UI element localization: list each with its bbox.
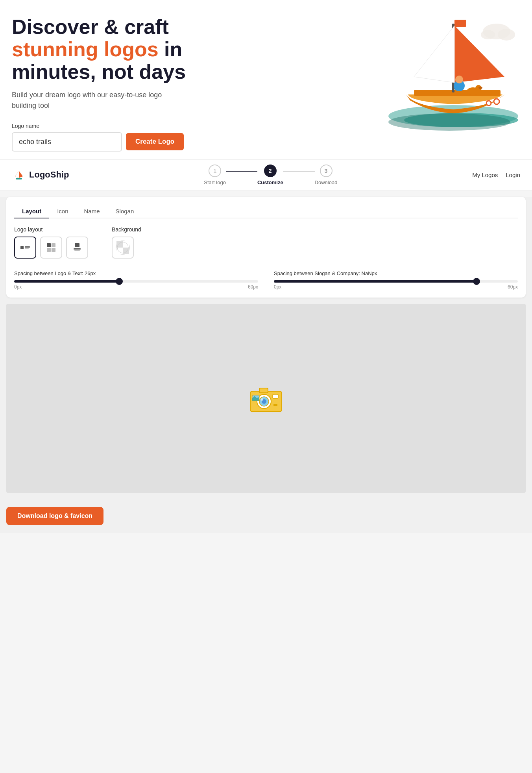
svg-rect-25 <box>74 248 81 250</box>
preview-icon <box>248 383 284 413</box>
slogan-company-slider-fill <box>274 280 477 283</box>
svg-rect-24 <box>75 243 79 247</box>
slogan-company-max-label: 60px <box>508 284 518 290</box>
logo-preview-area <box>6 304 526 493</box>
tab-name[interactable]: Name <box>76 205 108 218</box>
hero-title-part1: Discover & craft <box>12 15 169 38</box>
svg-rect-33 <box>259 388 268 393</box>
download-logo-favicon-button[interactable]: Download logo & favicon <box>6 507 103 525</box>
step-1-label: Start logo <box>204 179 226 185</box>
brand-logo[interactable]: LogoShip <box>12 168 69 182</box>
layout-horizontal-icon <box>20 242 31 253</box>
hero-title: Discover & craft stunning logos in in mi… <box>12 16 232 83</box>
step-connector-1-2 <box>226 171 257 172</box>
layout-btn-grid[interactable] <box>40 237 62 259</box>
brand-icon <box>12 168 26 182</box>
svg-point-2 <box>388 113 510 131</box>
my-logos-link[interactable]: My Logos <box>472 172 498 178</box>
step-1-circle: 1 <box>209 165 221 177</box>
svg-rect-37 <box>273 394 278 398</box>
logo-text-min-label: 0px <box>14 284 22 290</box>
background-buttons <box>112 237 141 259</box>
svg-rect-5 <box>454 20 466 27</box>
step-progress: 1 Start logo 2 Customize 3 Download <box>204 165 337 185</box>
svg-point-8 <box>481 30 495 39</box>
step-2: 2 Customize <box>257 165 283 185</box>
bg-transparent-icon <box>116 240 130 255</box>
step-connector-2-3 <box>283 171 315 172</box>
logo-text-max-label: 60px <box>248 284 258 290</box>
layout-grid-icon <box>46 242 57 253</box>
step-3-label: Download <box>315 179 338 185</box>
step-3: 3 Download <box>315 165 338 185</box>
logo-name-input[interactable] <box>12 132 122 152</box>
navbar: LogoShip 1 Start logo 2 Customize 3 Down… <box>0 159 532 190</box>
background-group: Background <box>112 226 141 259</box>
logo-text-spacing-label: Spacing between Logo & Text: 26px <box>14 270 258 276</box>
layout-stacked-icon <box>72 242 83 253</box>
step-2-circle: 2 <box>264 165 277 177</box>
slogan-company-min-label: 0px <box>274 284 281 290</box>
svg-rect-17 <box>20 246 24 249</box>
slogan-company-range-labels: 0px 60px <box>274 284 518 290</box>
svg-rect-26 <box>74 250 80 251</box>
svg-rect-21 <box>52 243 55 247</box>
transparent-pattern <box>116 241 129 254</box>
svg-rect-38 <box>273 404 277 406</box>
hero-section: Discover & craft stunning logos in in mi… <box>0 0 532 159</box>
hero-title-end: minutes, not days <box>12 60 186 83</box>
step-1: 1 Start logo <box>204 165 226 185</box>
tab-icon[interactable]: Icon <box>49 205 76 218</box>
logo-layout-label: Logo layout <box>14 226 88 233</box>
svg-point-13 <box>478 87 482 89</box>
slogan-company-spacing-group: Spacing between Slogan & Company: NaNpx … <box>274 270 518 290</box>
svg-rect-16 <box>16 178 22 179</box>
main-content: Layout Icon Name Slogan Logo layout <box>0 197 532 533</box>
hero-title-highlight: stunning logos <box>12 38 159 61</box>
hero-illustration <box>382 0 524 134</box>
svg-point-14 <box>494 99 499 104</box>
slogan-company-slider-wrapper <box>274 280 518 283</box>
logo-text-spacing-group: Spacing between Logo & Text: 26px 0px 60… <box>14 270 258 290</box>
layout-btn-horizontal[interactable] <box>14 237 36 259</box>
logo-text-slider-track <box>14 280 258 283</box>
hero-form: Create Logo <box>12 132 232 152</box>
spacing-section: Spacing between Logo & Text: 26px 0px 60… <box>14 270 518 290</box>
tab-bar: Layout Icon Name Slogan <box>14 205 518 218</box>
bg-btn-transparent[interactable] <box>112 237 134 259</box>
background-label: Background <box>112 226 141 233</box>
tab-slogan[interactable]: Slogan <box>108 205 142 218</box>
step-3-circle: 3 <box>320 165 332 177</box>
svg-point-39 <box>261 398 263 401</box>
hero-subtitle: Build your dream logo with our easy-to-u… <box>12 90 177 111</box>
logo-text-slider-thumb <box>116 278 123 285</box>
tab-layout[interactable]: Layout <box>14 205 49 218</box>
step-2-label: Customize <box>257 179 283 185</box>
layout-btn-stacked[interactable] <box>66 237 88 259</box>
svg-point-7 <box>498 29 515 41</box>
logo-text-slider-wrapper <box>14 280 258 283</box>
logo-layout-group: Logo layout <box>14 226 88 259</box>
layout-buttons <box>14 237 88 259</box>
hero-title-part2-inline: in <box>164 38 182 61</box>
svg-rect-18 <box>25 246 30 248</box>
hero-content: Discover & craft stunning logos in in mi… <box>12 16 232 152</box>
create-logo-button[interactable]: Create Logo <box>126 133 184 150</box>
brand-name: LogoShip <box>29 170 69 180</box>
logo-name-label: Logo name <box>12 123 232 129</box>
layout-bg-section: Logo layout <box>14 226 518 259</box>
slogan-company-spacing-label: Spacing between Slogan & Company: NaNpx <box>274 270 518 276</box>
slogan-company-slider-track <box>274 280 518 283</box>
customize-panel: Layout Icon Name Slogan Logo layout <box>6 197 526 298</box>
login-link[interactable]: Login <box>506 172 520 178</box>
svg-rect-22 <box>47 248 51 252</box>
logo-text-slider-fill <box>14 280 119 283</box>
svg-rect-19 <box>25 248 29 249</box>
svg-rect-20 <box>47 243 51 247</box>
svg-rect-23 <box>52 248 55 252</box>
nav-links: My Logos Login <box>472 172 520 178</box>
sailboat-svg <box>382 0 524 134</box>
slogan-company-slider-thumb <box>473 278 480 285</box>
download-footer: Download logo & favicon <box>0 499 532 533</box>
svg-point-15 <box>486 101 491 105</box>
